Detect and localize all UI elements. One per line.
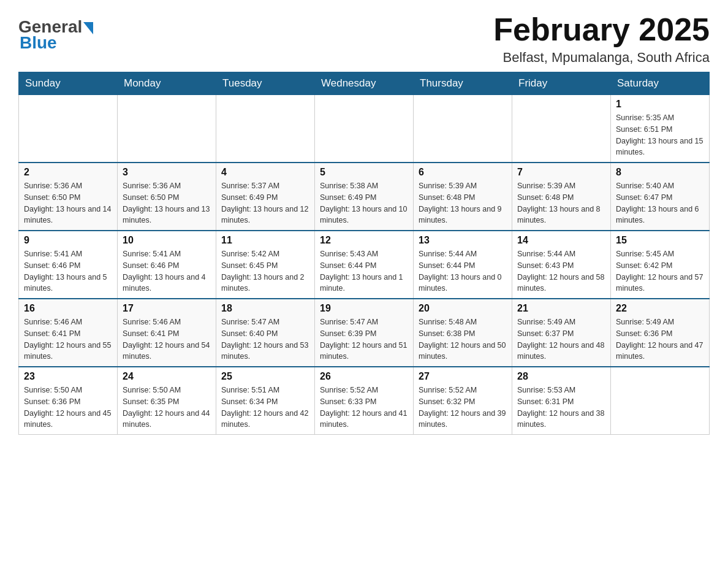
day-info: Sunrise: 5:53 AMSunset: 6:31 PMDaylight:… (517, 385, 605, 431)
day-info: Sunrise: 5:36 AMSunset: 6:50 PMDaylight:… (123, 180, 211, 226)
table-row: 7Sunrise: 5:39 AMSunset: 6:48 PMDaylight… (512, 163, 611, 231)
day-info: Sunrise: 5:44 AMSunset: 6:44 PMDaylight:… (419, 248, 507, 294)
day-number: 20 (419, 303, 507, 314)
table-row: 10Sunrise: 5:41 AMSunset: 6:46 PMDayligh… (118, 231, 216, 299)
col-monday: Monday (118, 72, 216, 95)
day-number: 27 (419, 371, 507, 382)
table-row: 19Sunrise: 5:47 AMSunset: 6:39 PMDayligh… (315, 299, 414, 367)
day-number: 22 (616, 303, 704, 314)
table-row: 15Sunrise: 5:45 AMSunset: 6:42 PMDayligh… (611, 231, 710, 299)
table-row: 14Sunrise: 5:44 AMSunset: 6:43 PMDayligh… (512, 231, 611, 299)
day-info: Sunrise: 5:48 AMSunset: 6:38 PMDaylight:… (419, 316, 507, 362)
day-info: Sunrise: 5:39 AMSunset: 6:48 PMDaylight:… (517, 180, 605, 226)
table-row: 13Sunrise: 5:44 AMSunset: 6:44 PMDayligh… (414, 231, 512, 299)
day-number: 15 (616, 235, 704, 246)
table-row: 24Sunrise: 5:50 AMSunset: 6:35 PMDayligh… (118, 367, 216, 435)
day-number: 9 (24, 235, 112, 246)
day-number: 17 (123, 303, 211, 314)
table-row (19, 95, 118, 163)
day-number: 24 (123, 371, 211, 382)
day-info: Sunrise: 5:44 AMSunset: 6:43 PMDaylight:… (517, 248, 605, 294)
day-info: Sunrise: 5:38 AMSunset: 6:49 PMDaylight:… (320, 180, 408, 226)
table-row (315, 95, 414, 163)
table-row: 1Sunrise: 5:35 AMSunset: 6:51 PMDaylight… (611, 95, 710, 163)
day-info: Sunrise: 5:39 AMSunset: 6:48 PMDaylight:… (419, 180, 507, 226)
table-row: 17Sunrise: 5:46 AMSunset: 6:41 PMDayligh… (118, 299, 216, 367)
day-info: Sunrise: 5:49 AMSunset: 6:36 PMDaylight:… (616, 316, 704, 362)
day-number: 6 (419, 167, 507, 178)
table-row (512, 95, 611, 163)
day-info: Sunrise: 5:50 AMSunset: 6:35 PMDaylight:… (123, 385, 211, 431)
table-row: 27Sunrise: 5:52 AMSunset: 6:32 PMDayligh… (414, 367, 512, 435)
day-number: 19 (320, 303, 408, 314)
table-row: 9Sunrise: 5:41 AMSunset: 6:46 PMDaylight… (19, 231, 118, 299)
table-row: 5Sunrise: 5:38 AMSunset: 6:49 PMDaylight… (315, 163, 414, 231)
table-row: 12Sunrise: 5:43 AMSunset: 6:44 PMDayligh… (315, 231, 414, 299)
table-row (216, 95, 315, 163)
table-row: 26Sunrise: 5:52 AMSunset: 6:33 PMDayligh… (315, 367, 414, 435)
table-row: 28Sunrise: 5:53 AMSunset: 6:31 PMDayligh… (512, 367, 611, 435)
day-number: 2 (24, 167, 112, 178)
day-info: Sunrise: 5:43 AMSunset: 6:44 PMDaylight:… (320, 248, 408, 294)
table-row (414, 95, 512, 163)
location: Belfast, Mpumalanga, South Africa (493, 50, 710, 66)
day-number: 28 (517, 371, 605, 382)
logo: General Blue (18, 12, 93, 53)
day-info: Sunrise: 5:46 AMSunset: 6:41 PMDaylight:… (24, 316, 112, 362)
calendar-week-row: 16Sunrise: 5:46 AMSunset: 6:41 PMDayligh… (19, 299, 710, 367)
table-row: 8Sunrise: 5:40 AMSunset: 6:47 PMDaylight… (611, 163, 710, 231)
day-info: Sunrise: 5:52 AMSunset: 6:32 PMDaylight:… (419, 385, 507, 431)
table-row: 21Sunrise: 5:49 AMSunset: 6:37 PMDayligh… (512, 299, 611, 367)
day-info: Sunrise: 5:42 AMSunset: 6:45 PMDaylight:… (221, 248, 309, 294)
col-thursday: Thursday (414, 72, 512, 95)
day-number: 26 (320, 371, 408, 382)
calendar-week-row: 23Sunrise: 5:50 AMSunset: 6:36 PMDayligh… (19, 367, 710, 435)
calendar-week-row: 1Sunrise: 5:35 AMSunset: 6:51 PMDaylight… (19, 95, 710, 163)
day-info: Sunrise: 5:36 AMSunset: 6:50 PMDaylight:… (24, 180, 112, 226)
day-number: 1 (616, 99, 704, 110)
day-info: Sunrise: 5:41 AMSunset: 6:46 PMDaylight:… (24, 248, 112, 294)
table-row (118, 95, 216, 163)
day-info: Sunrise: 5:40 AMSunset: 6:47 PMDaylight:… (616, 180, 704, 226)
day-number: 12 (320, 235, 408, 246)
table-row: 2Sunrise: 5:36 AMSunset: 6:50 PMDaylight… (19, 163, 118, 231)
calendar-week-row: 9Sunrise: 5:41 AMSunset: 6:46 PMDaylight… (19, 231, 710, 299)
table-row: 25Sunrise: 5:51 AMSunset: 6:34 PMDayligh… (216, 367, 315, 435)
col-saturday: Saturday (611, 72, 710, 95)
day-number: 3 (123, 167, 211, 178)
day-info: Sunrise: 5:50 AMSunset: 6:36 PMDaylight:… (24, 385, 112, 431)
day-info: Sunrise: 5:52 AMSunset: 6:33 PMDaylight:… (320, 385, 408, 431)
table-row: 6Sunrise: 5:39 AMSunset: 6:48 PMDaylight… (414, 163, 512, 231)
calendar-table: Sunday Monday Tuesday Wednesday Thursday… (18, 72, 710, 435)
page-header: General Blue February 2025 Belfast, Mpum… (18, 12, 710, 66)
title-section: February 2025 Belfast, Mpumalanga, South… (493, 12, 710, 66)
day-info: Sunrise: 5:35 AMSunset: 6:51 PMDaylight:… (616, 112, 704, 158)
logo-blue: Blue (20, 33, 57, 53)
col-wednesday: Wednesday (315, 72, 414, 95)
table-row: 4Sunrise: 5:37 AMSunset: 6:49 PMDaylight… (216, 163, 315, 231)
day-number: 8 (616, 167, 704, 178)
day-number: 16 (24, 303, 112, 314)
day-number: 10 (123, 235, 211, 246)
day-number: 23 (24, 371, 112, 382)
day-info: Sunrise: 5:47 AMSunset: 6:39 PMDaylight:… (320, 316, 408, 362)
table-row (611, 367, 710, 435)
table-row: 23Sunrise: 5:50 AMSunset: 6:36 PMDayligh… (19, 367, 118, 435)
table-row: 18Sunrise: 5:47 AMSunset: 6:40 PMDayligh… (216, 299, 315, 367)
day-number: 5 (320, 167, 408, 178)
day-info: Sunrise: 5:47 AMSunset: 6:40 PMDaylight:… (221, 316, 309, 362)
day-number: 14 (517, 235, 605, 246)
day-info: Sunrise: 5:45 AMSunset: 6:42 PMDaylight:… (616, 248, 704, 294)
day-number: 4 (221, 167, 309, 178)
day-number: 7 (517, 167, 605, 178)
table-row: 22Sunrise: 5:49 AMSunset: 6:36 PMDayligh… (611, 299, 710, 367)
col-tuesday: Tuesday (216, 72, 315, 95)
table-row: 3Sunrise: 5:36 AMSunset: 6:50 PMDaylight… (118, 163, 216, 231)
col-friday: Friday (512, 72, 611, 95)
day-number: 25 (221, 371, 309, 382)
day-info: Sunrise: 5:51 AMSunset: 6:34 PMDaylight:… (221, 385, 309, 431)
month-title: February 2025 (493, 12, 710, 47)
table-row: 11Sunrise: 5:42 AMSunset: 6:45 PMDayligh… (216, 231, 315, 299)
table-row: 16Sunrise: 5:46 AMSunset: 6:41 PMDayligh… (19, 299, 118, 367)
day-number: 13 (419, 235, 507, 246)
